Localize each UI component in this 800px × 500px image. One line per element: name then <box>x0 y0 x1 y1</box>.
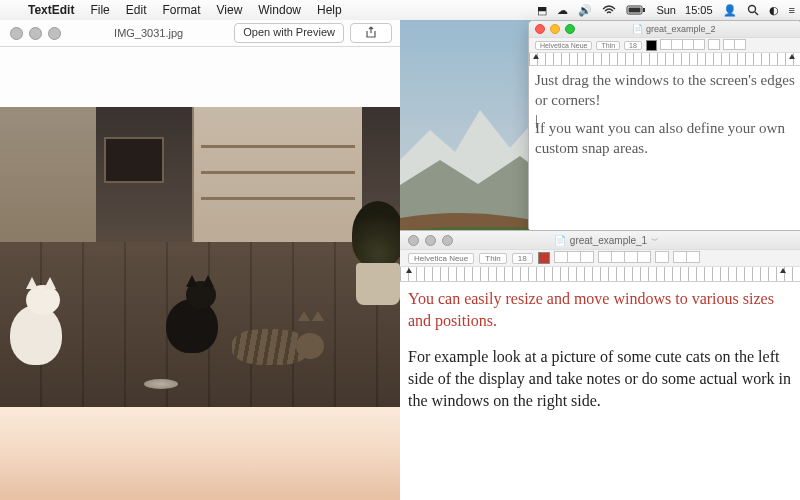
text-color-swatch[interactable] <box>538 252 550 264</box>
text-cursor: | <box>535 110 795 118</box>
font-style-select[interactable]: Thin <box>479 253 507 264</box>
dropbox-icon[interactable]: ⬒ <box>532 4 552 17</box>
font-family-select[interactable]: Helvetica Neue <box>408 253 474 264</box>
textedit2-document[interactable]: Just drag the windows to the screen's ed… <box>529 66 800 231</box>
chevron-down-icon[interactable]: ﹀ <box>651 235 659 246</box>
svg-rect-2 <box>643 8 645 12</box>
style-buttons[interactable] <box>555 251 594 265</box>
svg-point-3 <box>748 6 755 13</box>
alignment-buttons[interactable] <box>661 39 705 51</box>
right-display: 📄 great_example_2 Helvetica Neue Thin 18… <box>400 20 800 500</box>
user-icon[interactable]: 👤 <box>718 4 742 17</box>
list-buttons[interactable] <box>724 39 746 51</box>
font-style-select[interactable]: Thin <box>596 41 620 50</box>
textedit-window-1: 📄great_example_1﹀ Helvetica Neue Thin 18… <box>400 230 800 500</box>
share-button[interactable] <box>350 23 392 43</box>
textedit2-ruler[interactable] <box>529 53 800 66</box>
textedit1-toolbar: Helvetica Neue Thin 18 <box>400 249 800 267</box>
wifi-icon[interactable] <box>597 5 621 15</box>
spotlight-icon[interactable] <box>742 4 764 16</box>
doc-icon: 📄 <box>632 24 643 34</box>
menubar: TextEdit File Edit Format View Window He… <box>0 0 800 21</box>
list-buttons[interactable] <box>674 251 700 265</box>
clock-time: 15:05 <box>685 4 713 16</box>
text-color-swatch[interactable] <box>646 40 657 51</box>
volume-icon[interactable]: 🔊 <box>573 4 597 17</box>
zoom-button[interactable] <box>48 27 61 40</box>
font-size-select[interactable]: 18 <box>624 41 642 50</box>
doc-icon: 📄 <box>554 235 566 246</box>
app-menu[interactable]: TextEdit <box>20 3 82 17</box>
textedit2-titlebar[interactable]: 📄 great_example_2 <box>529 21 800 37</box>
font-size-select[interactable]: 18 <box>512 253 533 264</box>
quicklook-content <box>0 47 400 500</box>
menu-view[interactable]: View <box>209 3 251 17</box>
menu-edit[interactable]: Edit <box>118 3 155 17</box>
close-button[interactable] <box>408 235 419 246</box>
control-center-icon[interactable]: ◐ <box>764 4 784 17</box>
textedit1-document[interactable]: You can easily resize and move windows t… <box>400 282 800 500</box>
menu-window[interactable]: Window <box>250 3 309 17</box>
menu-format[interactable]: Format <box>154 3 208 17</box>
clock-day: Sun <box>656 4 676 16</box>
zoom-button[interactable] <box>442 235 453 246</box>
alignment-buttons[interactable] <box>599 251 651 265</box>
menu-help[interactable]: Help <box>309 3 350 17</box>
textedit1-ruler[interactable] <box>400 267 800 282</box>
menu-file[interactable]: File <box>82 3 117 17</box>
font-family-select[interactable]: Helvetica Neue <box>535 41 592 50</box>
window-traffic-lights <box>0 27 71 40</box>
clock[interactable]: Sun 15:05 <box>651 4 717 16</box>
zoom-button[interactable] <box>565 24 575 34</box>
cloud-icon[interactable]: ☁︎ <box>552 4 573 17</box>
te2-paragraph-2: If you want you can also define your own… <box>535 118 795 158</box>
preview-image <box>0 107 400 407</box>
battery-icon[interactable] <box>621 5 651 15</box>
svg-line-4 <box>755 12 758 15</box>
open-with-preview-button[interactable]: Open with Preview <box>234 23 344 43</box>
spacing-buttons[interactable] <box>656 251 669 265</box>
close-button[interactable] <box>535 24 545 34</box>
textedit2-title: great_example_2 <box>646 24 716 34</box>
quicklook-titlebar[interactable]: IMG_3031.jpg Open with Preview <box>0 20 400 47</box>
quicklook-window: IMG_3031.jpg Open with Preview <box>0 20 401 500</box>
textedit1-titlebar[interactable]: 📄great_example_1﹀ <box>400 231 800 249</box>
te1-paragraph-1: You can easily resize and move windows t… <box>408 288 792 332</box>
te2-paragraph-1: Just drag the windows to the screen's ed… <box>535 70 795 110</box>
minimize-button[interactable] <box>29 27 42 40</box>
textedit-window-2: 📄 great_example_2 Helvetica Neue Thin 18… <box>528 20 800 232</box>
close-button[interactable] <box>10 27 23 40</box>
minimize-button[interactable] <box>550 24 560 34</box>
minimize-button[interactable] <box>425 235 436 246</box>
svg-rect-1 <box>629 8 641 13</box>
notification-center-icon[interactable]: ≡ <box>784 4 800 16</box>
textedit2-toolbar: Helvetica Neue Thin 18 <box>529 37 800 53</box>
te1-paragraph-2: For example look at a picture of some cu… <box>408 346 792 412</box>
quicklook-filename: IMG_3031.jpg <box>71 27 226 39</box>
spacing-buttons[interactable] <box>709 39 720 51</box>
textedit1-title: great_example_1 <box>570 235 647 246</box>
